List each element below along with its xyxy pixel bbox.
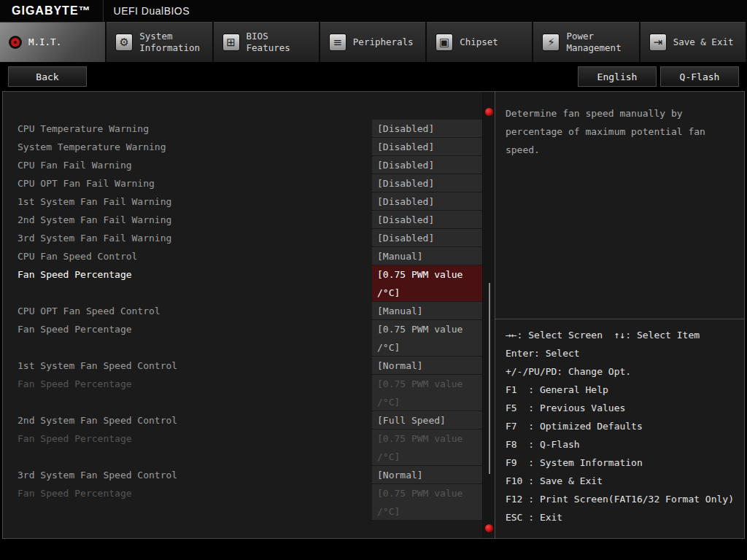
setting-label: CPU OPT Fan Fail Warning bbox=[18, 174, 155, 192]
setting-value[interactable]: [Full Speed] bbox=[372, 411, 487, 429]
key-hint: F12 : Print Screen(FAT16/32 Format Only) bbox=[506, 490, 734, 508]
setting-row[interactable]: 1st System Fan Fail Warning[Disabled] bbox=[3, 192, 482, 211]
toolbar: Back English Q-Flash bbox=[0, 62, 747, 91]
setting-row[interactable]: CPU Fan Speed Control[Manual] bbox=[3, 247, 482, 265]
tab-bios-features[interactable]: ⊞BIOS Features bbox=[214, 22, 320, 62]
setting-value[interactable]: [Disabled] bbox=[372, 229, 487, 247]
tab-label: BIOS Features bbox=[247, 31, 290, 54]
key-hint: F1 : General Help bbox=[506, 381, 734, 399]
setting-value: [0.75 PWM value /°C] bbox=[372, 375, 487, 411]
settings-list: CPU Temperature Warning[Disabled]System … bbox=[3, 92, 482, 538]
top-bar: GIGABYTE™ UEFI DualBIOS bbox=[0, 0, 747, 22]
setting-label: Fan Speed Percentage bbox=[18, 484, 132, 502]
key-hint: F10 : Save & Exit bbox=[506, 472, 734, 490]
qflash-button[interactable]: Q-Flash bbox=[659, 66, 740, 88]
key-hint: F7 : Optimized Defaults bbox=[506, 417, 734, 435]
tab-label: Power Management bbox=[566, 31, 621, 54]
scrollbar[interactable] bbox=[482, 92, 495, 538]
back-button[interactable]: Back bbox=[7, 66, 88, 88]
setting-row[interactable]: Fan Speed Percentage[0.75 PWM value /°C] bbox=[3, 265, 482, 302]
tab-label: Save & Exit bbox=[673, 36, 734, 48]
setting-value[interactable]: [Disabled] bbox=[372, 138, 487, 156]
tab-label: Peripherals bbox=[353, 36, 414, 48]
help-panel: Determine fan speed manually by percenta… bbox=[495, 92, 744, 538]
scrollbar-thumb[interactable] bbox=[489, 283, 490, 474]
record-dot-icon bbox=[11, 38, 20, 47]
setting-label: 1st System Fan Speed Control bbox=[18, 357, 177, 375]
setting-value: [0.75 PWM value /°C] bbox=[372, 484, 487, 521]
setting-label: 2nd System Fan Speed Control bbox=[18, 411, 177, 429]
setting-label: Fan Speed Percentage bbox=[18, 320, 132, 338]
setting-value[interactable]: [Manual] bbox=[372, 302, 487, 320]
key-hint: F9 : System Information bbox=[506, 454, 734, 472]
setting-row[interactable]: 3rd System Fan Fail Warning[Disabled] bbox=[3, 229, 482, 247]
setting-label: CPU Temperature Warning bbox=[18, 120, 149, 138]
setting-row[interactable]: 2nd System Fan Fail Warning[Disabled] bbox=[3, 211, 482, 229]
save-exit-icon: ⇥ bbox=[649, 34, 667, 51]
setting-label: 1st System Fan Fail Warning bbox=[18, 192, 171, 211]
setting-label: CPU Fan Speed Control bbox=[18, 247, 137, 265]
setting-row: Fan Speed Percentage[0.75 PWM value /°C] bbox=[3, 375, 482, 411]
setting-label: 3rd System Fan Speed Control bbox=[18, 466, 177, 484]
key-hint: Enter: Select bbox=[506, 344, 734, 362]
tab-bar: M.I.T.⚙System Information⊞BIOS Features≡… bbox=[0, 22, 747, 62]
setting-label: CPU OPT Fan Speed Control bbox=[18, 302, 160, 320]
setting-row[interactable]: 1st System Fan Speed Control[Normal] bbox=[3, 357, 482, 375]
tab-peripherals[interactable]: ≡Peripherals bbox=[320, 22, 427, 62]
scroll-down-button[interactable] bbox=[485, 524, 493, 532]
tab-system-information[interactable]: ⚙System Information bbox=[107, 22, 213, 62]
tab-save-exit[interactable]: ⇥Save & Exit bbox=[640, 22, 747, 62]
setting-label: Fan Speed Percentage bbox=[18, 375, 132, 393]
tab-label: System Information bbox=[139, 31, 200, 54]
setting-row: Fan Speed Percentage[0.75 PWM value /°C] bbox=[3, 429, 482, 466]
tab-label: Chipset bbox=[460, 36, 498, 48]
scroll-up-button[interactable] bbox=[485, 108, 493, 116]
language-button[interactable]: English bbox=[577, 66, 657, 88]
setting-row[interactable]: 2nd System Fan Speed Control[Full Speed] bbox=[3, 411, 482, 429]
tab-mit[interactable]: M.I.T. bbox=[0, 22, 107, 62]
setting-row[interactable]: CPU Fan Fail Warning[Disabled] bbox=[3, 156, 482, 174]
help-description: Determine fan speed manually by percenta… bbox=[495, 92, 744, 319]
setting-value[interactable]: [Disabled] bbox=[372, 174, 487, 192]
setting-label: 2nd System Fan Fail Warning bbox=[18, 211, 171, 229]
setting-row[interactable]: System Temperature Warning[Disabled] bbox=[3, 138, 482, 156]
setting-value[interactable]: [Normal] bbox=[372, 357, 487, 375]
setting-row: Fan Speed Percentage[0.75 PWM value /°C] bbox=[3, 484, 482, 521]
setting-value[interactable]: [0.75 PWM value /°C] bbox=[372, 320, 487, 357]
bios-screen: GIGABYTE™ UEFI DualBIOS M.I.T.⚙System In… bbox=[0, 0, 747, 91]
setting-label: System Temperature Warning bbox=[18, 138, 166, 156]
bios-chip-icon: ⊞ bbox=[222, 34, 240, 51]
setting-label: 3rd System Fan Fail Warning bbox=[18, 229, 171, 247]
setting-label: Fan Speed Percentage bbox=[18, 429, 132, 448]
setting-value[interactable]: [Disabled] bbox=[372, 156, 487, 174]
setting-row[interactable]: CPU OPT Fan Fail Warning[Disabled] bbox=[3, 174, 482, 192]
setting-value[interactable]: [Normal] bbox=[372, 466, 487, 484]
setting-value[interactable]: [Disabled] bbox=[372, 192, 487, 211]
power-icon: ⚡ bbox=[542, 34, 560, 51]
key-hint: F5 : Previous Values bbox=[506, 399, 734, 417]
tab-chipset[interactable]: ▣Chipset bbox=[427, 22, 533, 62]
main-panel: CPU Temperature Warning[Disabled]System … bbox=[2, 91, 745, 539]
setting-value[interactable]: [Disabled] bbox=[372, 211, 487, 229]
firmware-title: UEFI DualBIOS bbox=[104, 5, 190, 17]
key-hint: ESC : Exit bbox=[506, 508, 734, 526]
gear-icon: ⚙ bbox=[115, 34, 133, 51]
setting-value[interactable]: [0.75 PWM value /°C] bbox=[372, 265, 487, 302]
key-hint: +/-/PU/PD: Change Opt. bbox=[506, 362, 734, 381]
setting-row[interactable]: CPU OPT Fan Speed Control[Manual] bbox=[3, 302, 482, 320]
chipset-icon: ▣ bbox=[436, 34, 453, 51]
setting-row[interactable]: 3rd System Fan Speed Control[Normal] bbox=[3, 466, 482, 484]
setting-label: Fan Speed Percentage bbox=[18, 265, 132, 284]
setting-label: CPU Fan Fail Warning bbox=[18, 156, 132, 174]
setting-value[interactable]: [Manual] bbox=[372, 247, 487, 265]
setting-row[interactable]: Fan Speed Percentage[0.75 PWM value /°C] bbox=[3, 320, 482, 357]
peripherals-icon: ≡ bbox=[329, 34, 347, 51]
setting-row[interactable]: CPU Temperature Warning[Disabled] bbox=[3, 120, 482, 138]
gigabyte-logo: GIGABYTE™ bbox=[0, 4, 103, 18]
tab-power-management[interactable]: ⚡Power Management bbox=[533, 22, 640, 62]
key-hints: →←: Select Screen ↑↓: Select ItemEnter: … bbox=[495, 319, 744, 533]
tab-label: M.I.T. bbox=[28, 36, 61, 48]
setting-value[interactable]: [Disabled] bbox=[372, 120, 487, 138]
key-hint: →←: Select Screen ↑↓: Select Item bbox=[506, 326, 734, 344]
setting-value: [0.75 PWM value /°C] bbox=[372, 429, 487, 466]
